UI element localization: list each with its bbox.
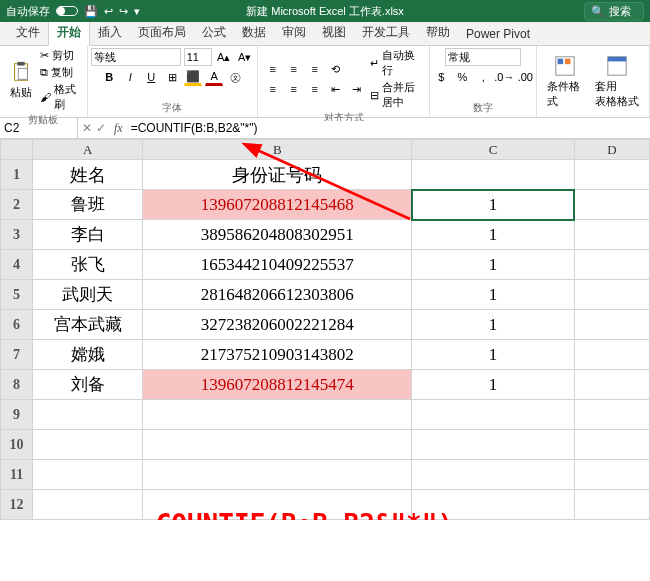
- cell[interactable]: [412, 460, 575, 490]
- name-box[interactable]: C2: [0, 118, 78, 138]
- cell[interactable]: 姓名: [33, 160, 143, 190]
- redo-icon[interactable]: ↪: [119, 5, 128, 18]
- cell[interactable]: [574, 370, 649, 400]
- format-painter-button[interactable]: 🖌格式刷: [40, 82, 81, 112]
- align-bottom-icon[interactable]: ≡: [306, 60, 324, 78]
- column-header-B[interactable]: B: [143, 140, 412, 160]
- percent-icon[interactable]: %: [453, 68, 471, 86]
- cell[interactable]: [143, 460, 412, 490]
- cell[interactable]: 1: [412, 220, 575, 250]
- cell[interactable]: 389586204808302951: [143, 220, 412, 250]
- cell[interactable]: [33, 490, 143, 520]
- row-header-7[interactable]: 7: [1, 340, 33, 370]
- italic-button[interactable]: I: [121, 68, 139, 86]
- cell[interactable]: 身份证号码: [143, 160, 412, 190]
- tab-审阅[interactable]: 审阅: [274, 20, 314, 45]
- align-center-icon[interactable]: ≡: [285, 80, 303, 98]
- save-icon[interactable]: 💾: [84, 5, 98, 18]
- tab-Power Pivot[interactable]: Power Pivot: [458, 23, 538, 45]
- cell[interactable]: [412, 430, 575, 460]
- cell[interactable]: [574, 400, 649, 430]
- cell[interactable]: 1: [412, 190, 575, 220]
- number-format-select[interactable]: [445, 48, 521, 66]
- row-header-8[interactable]: 8: [1, 370, 33, 400]
- tab-帮助[interactable]: 帮助: [418, 20, 458, 45]
- row-header-11[interactable]: 11: [1, 460, 33, 490]
- format-as-table-button[interactable]: 套用 表格格式: [591, 53, 643, 111]
- cell[interactable]: 1: [412, 250, 575, 280]
- cell[interactable]: [33, 400, 143, 430]
- cell[interactable]: 1: [412, 370, 575, 400]
- cell[interactable]: [412, 490, 575, 520]
- cell[interactable]: [574, 430, 649, 460]
- conditional-format-button[interactable]: 条件格式: [543, 53, 587, 111]
- tab-视图[interactable]: 视图: [314, 20, 354, 45]
- row-header-4[interactable]: 4: [1, 250, 33, 280]
- merge-center-button[interactable]: ⊟合并后居中: [370, 80, 424, 110]
- fill-color-button[interactable]: ⬛: [184, 68, 202, 86]
- cell[interactable]: 鲁班: [33, 190, 143, 220]
- row-header-1[interactable]: 1: [1, 160, 33, 190]
- cell[interactable]: 165344210409225537: [143, 250, 412, 280]
- tab-开发工具[interactable]: 开发工具: [354, 20, 418, 45]
- fx-icon[interactable]: fx: [110, 121, 127, 136]
- cell[interactable]: [412, 160, 575, 190]
- cell[interactable]: [574, 190, 649, 220]
- cell[interactable]: 139607208812145474: [143, 370, 412, 400]
- row-header-10[interactable]: 10: [1, 430, 33, 460]
- tab-插入[interactable]: 插入: [90, 20, 130, 45]
- wrap-text-button[interactable]: ↵自动换行: [370, 48, 424, 78]
- align-top-icon[interactable]: ≡: [264, 60, 282, 78]
- cell[interactable]: [33, 460, 143, 490]
- cell[interactable]: 217375210903143802: [143, 340, 412, 370]
- decrease-decimal-icon[interactable]: .00: [516, 68, 534, 86]
- copy-button[interactable]: ⧉复制: [40, 65, 81, 80]
- column-header-A[interactable]: A: [33, 140, 143, 160]
- increase-decimal-icon[interactable]: .0→: [495, 68, 513, 86]
- cut-button[interactable]: ✂剪切: [40, 48, 81, 63]
- row-header-9[interactable]: 9: [1, 400, 33, 430]
- cell[interactable]: 李白: [33, 220, 143, 250]
- paste-button[interactable]: 粘贴: [6, 59, 36, 102]
- currency-icon[interactable]: $: [432, 68, 450, 86]
- font-color-button[interactable]: A: [205, 68, 223, 86]
- enter-formula-icon[interactable]: ✓: [96, 121, 106, 135]
- comma-icon[interactable]: ,: [474, 68, 492, 86]
- formula-input[interactable]: [127, 121, 650, 135]
- tab-开始[interactable]: 开始: [48, 19, 90, 46]
- align-left-icon[interactable]: ≡: [264, 80, 282, 98]
- row-header-6[interactable]: 6: [1, 310, 33, 340]
- column-header-D[interactable]: D: [574, 140, 649, 160]
- indent-increase-icon[interactable]: ⇥: [348, 80, 366, 98]
- cell[interactable]: [574, 490, 649, 520]
- cell[interactable]: [574, 340, 649, 370]
- search-box[interactable]: 🔍 搜索: [584, 2, 644, 21]
- cancel-formula-icon[interactable]: ✕: [82, 121, 92, 135]
- cell[interactable]: [33, 430, 143, 460]
- cell[interactable]: 宫本武藏: [33, 310, 143, 340]
- row-header-3[interactable]: 3: [1, 220, 33, 250]
- tab-数据[interactable]: 数据: [234, 20, 274, 45]
- cell[interactable]: [412, 400, 575, 430]
- bold-button[interactable]: B: [100, 68, 118, 86]
- cell[interactable]: 1: [412, 340, 575, 370]
- row-header-5[interactable]: 5: [1, 280, 33, 310]
- decrease-font-icon[interactable]: A▾: [236, 48, 254, 66]
- row-header-2[interactable]: 2: [1, 190, 33, 220]
- font-size-select[interactable]: [184, 48, 212, 66]
- undo-icon[interactable]: ↩: [104, 5, 113, 18]
- cell[interactable]: 327238206002221284: [143, 310, 412, 340]
- cell[interactable]: [143, 490, 412, 520]
- cell[interactable]: 1: [412, 280, 575, 310]
- cell[interactable]: [143, 400, 412, 430]
- font-family-select[interactable]: [91, 48, 181, 66]
- indent-decrease-icon[interactable]: ⇤: [327, 80, 345, 98]
- cell[interactable]: 张飞: [33, 250, 143, 280]
- cell[interactable]: 1: [412, 310, 575, 340]
- cell[interactable]: [574, 160, 649, 190]
- cell[interactable]: [574, 460, 649, 490]
- cell[interactable]: 281648206612303806: [143, 280, 412, 310]
- tab-公式[interactable]: 公式: [194, 20, 234, 45]
- cell[interactable]: 139607208812145468: [143, 190, 412, 220]
- align-right-icon[interactable]: ≡: [306, 80, 324, 98]
